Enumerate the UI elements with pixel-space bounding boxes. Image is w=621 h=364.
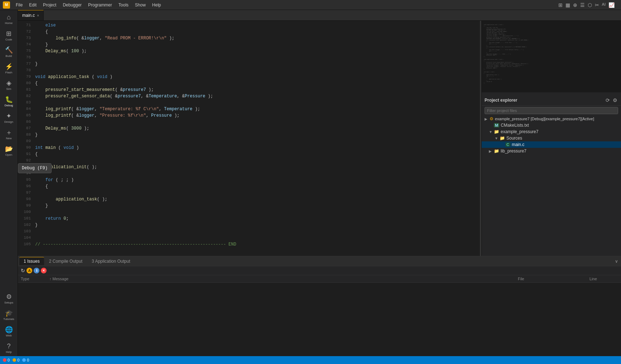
code-line-71: 71 else — [18, 22, 480, 29]
help-icon: ? — [7, 343, 10, 349]
warning-circle — [13, 358, 16, 362]
toolbar-icon-add[interactable]: ⊕ — [572, 1, 578, 9]
code-line-104: 104 — [18, 235, 480, 241]
home-icon: ⌂ — [7, 14, 11, 20]
sidebar-item-help[interactable]: ? Help — [1, 340, 17, 356]
tree-arrow-lib: ▶ — [489, 149, 492, 153]
toolbar-icon-scissors[interactable]: ✂ — [594, 1, 600, 9]
code-line-85: 85 log_printf( &logger, "Pressure: %f\r\… — [18, 112, 480, 119]
sidebar-item-tutorials[interactable]: 🎓 Tutorials — [1, 307, 17, 323]
code-line-93: 93 application_init( ); Debug (F9) — [18, 164, 480, 170]
tab-bar: main.c × — [18, 10, 621, 21]
menu-file[interactable]: File — [13, 1, 25, 9]
toolbar-icon-grid[interactable]: ⊞ — [558, 1, 563, 9]
tree-label-sources: Sources — [506, 136, 522, 141]
menu-debugger[interactable]: Debugger — [60, 1, 85, 9]
sidebar-item-home[interactable]: ⌂ Home — [1, 11, 17, 27]
code-line-95: 95 for ( ; ; ) — [18, 177, 480, 183]
tree-item-root[interactable]: ▶ ⚙ example_pressure7 [Debug][example_pr… — [482, 116, 621, 122]
sim-icon: ◈ — [6, 80, 11, 86]
code-line-81: 81 pressure7_start_measurement( &pressur… — [18, 87, 480, 93]
sidebar-item-flash[interactable]: ⚡ Flash — [1, 61, 17, 77]
tree-item-example[interactable]: ▼ 📁 example_pressure7 — [482, 128, 621, 135]
minimap: void application_init ( void ) { log_cfg… — [482, 21, 621, 92]
new-icon: ＋ — [6, 129, 12, 136]
code-line-88: 88 } — [18, 132, 480, 138]
code-icon: ⊞ — [6, 30, 11, 37]
sidebar-item-sim[interactable]: ◈ Sim — [1, 77, 17, 93]
code-line-75: 75 Delay_ms( 100 ); — [18, 48, 480, 54]
code-line-98: 98 application_task( ); — [18, 196, 480, 203]
sidebar-item-setups[interactable]: ⚙ Setups — [1, 291, 17, 307]
code-line-97: 97 — [18, 190, 480, 196]
code-line-72: 72 { — [18, 29, 480, 35]
build-icon: 🔨 — [5, 47, 13, 53]
app-icon: M — [3, 1, 10, 9]
status-warnings: 0 — [13, 358, 19, 362]
info-badge: ℹ — [34, 268, 39, 273]
code-line-80: 80 { — [18, 80, 480, 87]
pe-icon-refresh[interactable]: ⟳ — [605, 97, 611, 104]
refresh-icon[interactable]: ↻ — [21, 268, 25, 273]
c-badge: C — [505, 142, 510, 147]
code-line-74: 74 } — [18, 42, 480, 48]
info-circle — [22, 358, 26, 362]
pe-icon-settings[interactable]: ⚙ — [612, 97, 618, 104]
tree-arrow-sources: ▼ — [495, 136, 498, 140]
panel-chevron[interactable]: ∨ — [613, 257, 620, 265]
bottom-tab-issues[interactable]: 1 Issues — [19, 257, 44, 265]
tree-label-mainc: main.c — [512, 142, 524, 147]
bottom-tab-compile[interactable]: 2 Compile Output — [45, 257, 87, 265]
tree-icon-folder-example: 📁 — [494, 129, 499, 134]
code-line-73: 73 log_info( &logger, "Read PROM - ERROR… — [18, 35, 480, 42]
code-line-94: 94 — [18, 170, 480, 177]
sidebar-item-web[interactable]: 🌐 Web — [1, 324, 17, 340]
tab-main-c[interactable]: main.c × — [18, 10, 44, 20]
minimap-content: void application_init ( void ) { log_cfg… — [482, 21, 621, 92]
code-line-79: 79 void application_task ( void ) — [18, 74, 480, 80]
filter-input[interactable] — [485, 107, 618, 114]
menu-show[interactable]: Show — [132, 1, 149, 9]
sidebar-item-debug[interactable]: 🐛 Debug — [1, 94, 17, 110]
menu-tools[interactable]: Tools — [116, 1, 131, 9]
tree-item-mainc[interactable]: C main.c — [482, 141, 621, 148]
tree-item-sources[interactable]: ▼ 📁 Sources — [482, 135, 621, 141]
menu-help[interactable]: Help — [149, 1, 164, 9]
code-line-76: 76 — [18, 54, 480, 61]
sidebar-item-new[interactable]: ＋ New — [1, 127, 17, 142]
code-line-105: 105 // ---------------------------------… — [18, 241, 480, 248]
code-line-78: 78 — [18, 67, 480, 74]
toolbar-icon-list[interactable]: ☰ — [579, 1, 586, 9]
toolbar-icon-ai[interactable]: AI — [601, 1, 606, 9]
tab-close-button[interactable]: × — [37, 14, 39, 18]
menu-project[interactable]: Project — [40, 1, 59, 9]
sidebar-item-code[interactable]: ⊞ Code — [1, 28, 17, 44]
design-icon: ✦ — [6, 113, 11, 119]
sidebar-item-build[interactable]: 🔨 Build — [1, 44, 17, 60]
code-editor[interactable]: 71 else 72 { 73 log_info( &logger, "Read… — [18, 21, 480, 256]
code-line-103: 103 — [18, 228, 480, 235]
code-line-77: 77 } — [18, 61, 480, 67]
code-line-99: 99 } — [18, 203, 480, 209]
filter-bar — [482, 106, 621, 116]
menu-edit[interactable]: Edit — [26, 1, 39, 9]
issues-table-header: Type ↑ Message File Line — [18, 275, 621, 283]
sidebar-item-design[interactable]: ✦ Design — [1, 110, 17, 126]
project-explorer: Project explorer ⟳ ⚙ ▶ ⚙ example_pressur… — [482, 92, 621, 256]
issues-content — [18, 283, 621, 356]
tree-icon-root: ⚙ — [490, 116, 494, 121]
code-line-89: 89 — [18, 138, 480, 145]
toolbar-icon-hex[interactable]: ⬡ — [587, 1, 593, 9]
menu-programmer[interactable]: Programmer — [85, 1, 115, 9]
tree-item-cmakelists[interactable]: M CMakeLists.txt — [482, 122, 621, 128]
tree-item-lib[interactable]: ▶ 📁 lib_pressure7 — [482, 148, 621, 154]
bottom-tab-app-output[interactable]: 3 Application Output — [87, 257, 134, 265]
toolbar-icon-chart2[interactable]: 📈 — [608, 1, 615, 9]
tree-label-root: example_pressure7 [Debug][example_pressu… — [495, 117, 594, 121]
sidebar-item-open[interactable]: 📂 Open — [1, 143, 17, 159]
issues-toolbar: ↻ ⚠ ℹ ✕ — [18, 266, 621, 275]
tree-label-example: example_pressure7 — [501, 129, 538, 134]
col-message: ↑ Message — [49, 277, 518, 281]
tab-label: main.c — [22, 13, 35, 18]
toolbar-icon-chart[interactable]: ▦ — [565, 1, 571, 9]
